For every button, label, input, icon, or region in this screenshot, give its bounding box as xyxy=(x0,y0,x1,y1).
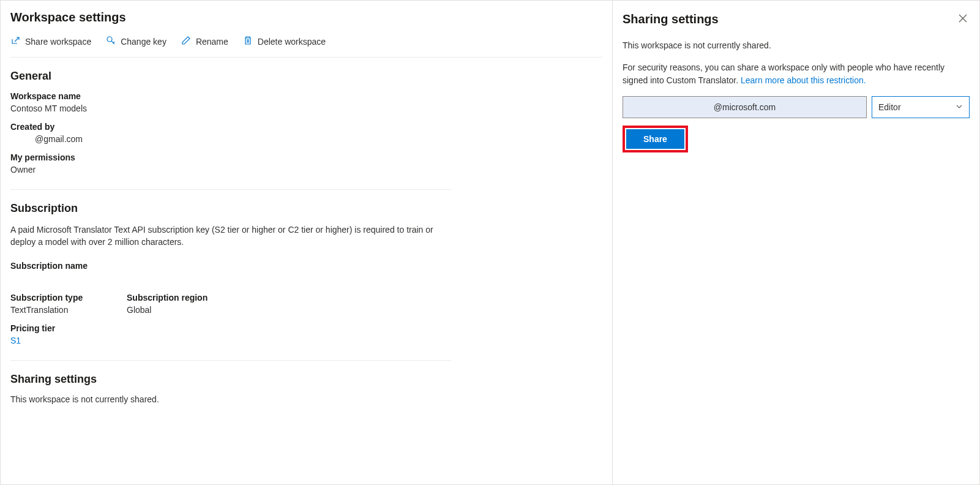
edit-icon xyxy=(181,36,191,47)
change-key-label: Change key xyxy=(121,37,166,47)
subscription-description: A paid Microsoft Translator Text API sub… xyxy=(10,224,451,249)
sharing-title: Sharing settings xyxy=(10,373,602,386)
rename-label: Rename xyxy=(196,37,228,47)
subscription-region-value: Global xyxy=(127,305,219,315)
divider xyxy=(10,189,451,190)
change-key-button[interactable]: Change key xyxy=(106,36,166,47)
role-select[interactable]: Editor xyxy=(872,96,970,118)
trash-icon xyxy=(243,36,253,47)
share-button-highlight: Share xyxy=(623,126,688,152)
workspace-name-value: Contoso MT models xyxy=(10,103,602,113)
my-permissions-label: My permissions xyxy=(10,152,602,162)
learn-more-link[interactable]: Learn more about this restriction. xyxy=(741,75,866,85)
role-select-value: Editor xyxy=(878,102,901,112)
page-title: Workspace settings xyxy=(10,10,602,24)
created-by-value: @gmail.com xyxy=(10,134,602,144)
pricing-tier-label: Pricing tier xyxy=(10,323,602,333)
toolbar: Share workspace Change key Rename xyxy=(10,36,602,58)
share-button[interactable]: Share xyxy=(626,129,684,149)
subscription-type-value: TextTranslation xyxy=(10,305,102,315)
workspace-settings-panel: Workspace settings Share workspace Chang… xyxy=(0,0,613,485)
close-button[interactable] xyxy=(956,10,970,28)
sharing-settings-panel: Sharing settings This workspace is not c… xyxy=(613,0,980,485)
subscription-section: Subscription A paid Microsoft Translator… xyxy=(10,202,602,345)
delete-workspace-button[interactable]: Delete workspace xyxy=(243,36,326,47)
subscription-type-label: Subscription type xyxy=(10,293,102,303)
subscription-name-label: Subscription name xyxy=(10,261,602,271)
subscription-title: Subscription xyxy=(10,202,602,215)
subscription-region-label: Subscription region xyxy=(127,293,219,303)
panel-security-text: For security reasons, you can share a wo… xyxy=(623,61,970,86)
share-workspace-label: Share workspace xyxy=(25,37,91,47)
sharing-status: This workspace is not currently shared. xyxy=(10,394,602,404)
sharing-section: Sharing settings This workspace is not c… xyxy=(10,373,602,404)
share-workspace-button[interactable]: Share workspace xyxy=(10,36,91,47)
close-icon xyxy=(959,13,967,25)
share-email-input[interactable] xyxy=(623,96,867,118)
created-by-label: Created by xyxy=(10,122,602,132)
workspace-name-label: Workspace name xyxy=(10,91,602,101)
panel-title: Sharing settings xyxy=(623,12,719,26)
svg-point-0 xyxy=(107,37,112,42)
share-form-row: Editor xyxy=(623,96,970,118)
delete-workspace-label: Delete workspace xyxy=(258,37,326,47)
panel-status: This workspace is not currently shared. xyxy=(623,39,970,51)
pricing-tier-value[interactable]: S1 xyxy=(10,336,602,345)
rename-button[interactable]: Rename xyxy=(181,36,228,47)
my-permissions-value: Owner xyxy=(10,165,602,175)
share-icon xyxy=(10,36,20,47)
chevron-down-icon xyxy=(956,102,963,112)
divider xyxy=(10,360,451,361)
general-title: General xyxy=(10,70,602,83)
general-section: General Workspace name Contoso MT models… xyxy=(10,70,602,175)
key-icon xyxy=(106,36,116,47)
